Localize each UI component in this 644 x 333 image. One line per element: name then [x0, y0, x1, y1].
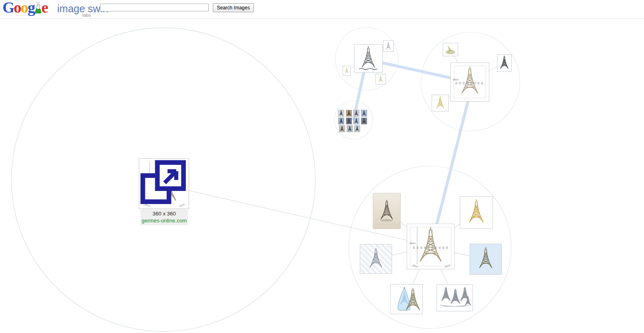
grid-thumbnail[interactable]	[353, 118, 359, 124]
logo-letter: o	[21, 0, 28, 16]
eiffel-tower-group-graphic	[438, 286, 472, 310]
image-node-selected[interactable]: 36cm 16cm 16cm	[139, 158, 189, 209]
height-annotation: 36cm	[410, 242, 416, 244]
header-bar: Goog e image swirl labs Search Images	[0, 0, 644, 19]
logo-letter: o	[14, 0, 21, 16]
grid-thumbnail[interactable]	[338, 118, 344, 124]
fallen-eiffel-tower-graphic	[444, 44, 457, 55]
search-images-button[interactable]: Search Images	[213, 3, 254, 12]
eiffel-tower-graphic	[363, 248, 388, 270]
eiffel-tower-graphic	[433, 96, 448, 110]
eiffel-tower-graphic	[377, 75, 385, 83]
grid-thumbnail[interactable]	[361, 110, 367, 117]
image-source-link[interactable]: germes-online.com	[140, 217, 188, 224]
eiffel-tower-graphic	[498, 56, 510, 71]
image-node-bottom-gold[interactable]	[460, 196, 493, 229]
image-node-bottom-photo[interactable]	[373, 193, 401, 229]
eiffel-tower-graphic	[377, 196, 396, 226]
grid-thumbnail[interactable]	[354, 125, 360, 132]
search-input[interactable]	[100, 4, 209, 11]
dimension-line	[417, 227, 417, 264]
image-node-bottom-mold[interactable]	[390, 284, 423, 314]
grid-thumbnail[interactable]	[338, 110, 344, 117]
image-node-topright-center[interactable]: 36cm	[450, 62, 489, 102]
labs-flask-icon	[34, 2, 42, 14]
grid-thumbnail[interactable]	[346, 118, 352, 124]
logo-letter: G	[2, 0, 14, 16]
eiffel-tower-graphic	[356, 46, 381, 71]
eiffel-tower-graphic	[476, 246, 496, 272]
tower-mold-graphic	[392, 285, 421, 313]
image-node-top-center[interactable]	[354, 44, 383, 73]
grid-thumbnail[interactable]	[353, 110, 359, 117]
labs-label: labs	[82, 13, 91, 18]
watermark	[413, 246, 448, 249]
image-node-topright-fallen-tower[interactable]	[443, 43, 458, 56]
grid-thumbnail[interactable]	[339, 125, 345, 132]
image-node-top-right[interactable]	[383, 40, 394, 52]
google-logo: Goog e	[2, 0, 47, 16]
image-node-top-bottom[interactable]	[375, 74, 386, 84]
eiffel-tower-graphic	[384, 42, 392, 51]
grid-thumbnail[interactable]	[346, 110, 352, 117]
logo-letter: e	[42, 0, 48, 16]
selected-image-caption: 360 x 360 germes-online.com	[140, 209, 188, 225]
height-annotation: 36cm	[453, 78, 459, 81]
image-node-top-left[interactable]	[343, 66, 351, 76]
image-node-bottom-sketch[interactable]	[360, 244, 392, 274]
image-node-topright-dark-sketch[interactable]	[497, 54, 512, 72]
grid-thumbnail[interactable]	[347, 125, 353, 132]
image-size-label: 360 x 360	[140, 210, 188, 217]
eiffel-tower-graphic	[344, 67, 350, 75]
open-in-new-window-icon[interactable]	[138, 158, 188, 208]
image-node-bottom-bluebg[interactable]	[470, 244, 502, 275]
image-node-topright-gold[interactable]	[432, 95, 449, 111]
image-node-bottom-center[interactable]: 36cm 16cm 16cm	[407, 224, 455, 269]
eiffel-tower-graphic	[463, 199, 490, 226]
swirl-graph-canvas	[0, 0, 644, 333]
grid-thumbnail[interactable]	[361, 118, 367, 124]
image-node-bottom-group[interactable]	[437, 284, 473, 311]
watermark	[455, 82, 484, 84]
